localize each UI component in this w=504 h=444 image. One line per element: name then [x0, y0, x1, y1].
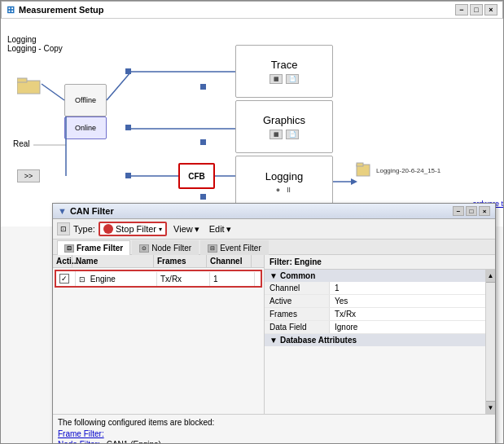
main-window: ⊞ Measurement Setup − □ × Logging Loggin… — [0, 0, 504, 444]
node-filter-row: Node Filter: CAN1 (Engine) — [58, 440, 490, 444]
logging-copy-label: Logging - Copy — [7, 44, 63, 53]
col-channel: Channel — [207, 255, 252, 267]
section-collapse-icon: ▼ — [270, 271, 278, 280]
cf-bottom: The following configured items are block… — [53, 414, 495, 444]
svg-line-5 — [107, 72, 131, 100]
trace-icon-2: 📄 — [286, 74, 299, 84]
scroll-down-btn[interactable]: ▼ — [486, 401, 495, 414]
logging-node[interactable]: Logging ● ⏸ — [235, 156, 333, 209]
cf-maximize-btn[interactable]: □ — [466, 206, 477, 216]
cf-props-container: ▼ Common Channel 1 Active Yes Frames — [265, 270, 495, 414]
prop-frames: Frames Tx/Rx — [265, 308, 485, 321]
arrow-button[interactable]: >> — [17, 169, 40, 182]
can-filter-title-bar: ▼ CAN Filter − □ × — [53, 204, 495, 219]
cf-section-common[interactable]: ▼ Common — [265, 270, 485, 282]
diagram-area: Logging Logging - Copy Real >> Offline O… — [1, 19, 504, 226]
app-icon: ⊞ — [7, 4, 15, 15]
pause-indicator: ⏸ — [285, 186, 292, 194]
scroll-up-btn[interactable]: ▲ — [486, 270, 495, 283]
cf-filter-value: Stop Filter — [116, 224, 156, 234]
svg-line-4 — [42, 84, 64, 100]
svg-rect-1 — [17, 78, 27, 82]
cf-minimize-btn[interactable]: − — [453, 206, 464, 216]
graphics-node[interactable]: Graphics ▦ 📄 — [235, 100, 333, 153]
graphics-icons: ▦ 📄 — [270, 130, 299, 139]
offline-node[interactable]: Offline — [64, 84, 107, 116]
scroll-track — [486, 283, 495, 401]
frame-filter-link[interactable]: Frame Filter: — [58, 429, 104, 438]
offline-label: Offline — [75, 96, 96, 104]
graphics-icon-2: 📄 — [286, 130, 299, 139]
logging-file-icon — [355, 161, 373, 179]
logging-file-label: Logging-20-6-24_15-1 — [376, 167, 440, 174]
cf-close-btn[interactable]: × — [479, 206, 490, 216]
logging-file-area: Logging-20-6-24_15-1 — [355, 161, 440, 179]
filter-icon: ▼ — [58, 206, 67, 216]
cf-scrollbar[interactable]: ▲ ▼ — [485, 270, 495, 414]
dropdown-arrow-icon: ▾ — [159, 226, 162, 233]
online-node[interactable]: Online — [64, 116, 107, 139]
cf-blocked-title: The following configured items are block… — [58, 418, 490, 427]
col-frames: Frames — [154, 255, 207, 267]
minimize-button[interactable]: − — [455, 4, 468, 15]
real-label: Real — [13, 139, 30, 148]
can-filter-controls: − □ × — [453, 206, 490, 216]
col-name: Name — [72, 255, 154, 267]
trace-node[interactable]: Trace ▦ 📄 — [235, 45, 333, 98]
node-filter-link[interactable]: Node Filter: — [58, 440, 100, 444]
cf-view-menu[interactable]: View ▾ — [170, 223, 203, 235]
tab-node-filter[interactable]: ⊙ Node Filter — [132, 240, 199, 255]
logging-label: Logging — [7, 35, 63, 44]
cf-toolbar-icon: ⊡ — [57, 222, 70, 235]
row-checkbox[interactable]: ✓ — [59, 274, 69, 284]
cf-section-db-attrs[interactable]: ▼ Database Attributes — [265, 334, 485, 346]
main-window-title: Measurement Setup — [19, 5, 104, 15]
close-button[interactable]: × — [484, 4, 497, 15]
cf-filter-dropdown[interactable]: Stop Filter ▾ — [99, 222, 167, 236]
row-icon: ⊡ — [79, 275, 85, 284]
frame-filter-row: Frame Filter: — [58, 429, 490, 438]
svg-rect-17 — [200, 139, 206, 145]
maximize-button[interactable]: □ — [470, 4, 483, 15]
node-filter-value: CAN1 (Engine) — [107, 440, 161, 444]
graphics-icon-1: ▦ — [270, 130, 283, 139]
cf-type-label: Type: — [73, 224, 95, 234]
play-indicator: ● — [276, 186, 280, 194]
cf-tabs: ⊡ Frame Filter ⊙ Node Filter ⊟ Event Fil… — [53, 240, 495, 255]
trace-icon-1: ▦ — [270, 74, 283, 84]
online-label: Online — [75, 124, 96, 132]
can-filter-window: ▼ CAN Filter − □ × ⊡ Type: Stop Filter ▾… — [52, 203, 496, 443]
table-row[interactable]: ✓ ⊡ Engine Tx/Rx 1 — [55, 270, 262, 288]
main-title-controls: − □ × — [455, 4, 497, 15]
cf-filter-label: Filter: Engine — [265, 255, 495, 270]
prop-data-field: Data Field Ignore — [265, 321, 485, 334]
can-filter-title-text: CAN Filter — [70, 206, 114, 216]
row-channel-cell: 1 — [210, 272, 255, 286]
tab-frame-filter[interactable]: ⊡ Frame Filter — [57, 240, 130, 255]
row-name: Engine — [90, 275, 116, 284]
trace-label: Trace — [271, 59, 298, 71]
node-filter-tab-icon: ⊙ — [139, 244, 149, 253]
cfb-node[interactable]: CFB — [178, 163, 215, 189]
frame-filter-tab-icon: ⊡ — [64, 244, 74, 253]
svg-rect-18 — [200, 194, 206, 200]
cf-props-table: ▼ Common Channel 1 Active Yes Frames — [265, 270, 485, 414]
cf-right-pane: Filter: Engine ▼ Common Channel 1 Active — [265, 255, 495, 414]
prop-channel: Channel 1 — [265, 282, 485, 295]
view-arrow-icon: ▾ — [195, 224, 199, 235]
tab-event-filter[interactable]: ⊟ Event Filter — [200, 240, 269, 255]
cf-content: Acti... Name Frames Channel ✓ ⊡ Engine T… — [53, 255, 495, 414]
svg-rect-14 — [125, 125, 131, 130]
stop-icon — [103, 224, 113, 234]
logging-controls: ● ⏸ — [276, 186, 292, 194]
trace-icons: ▦ 📄 — [270, 74, 299, 84]
row-frames-cell: Tx/Rx — [157, 272, 210, 286]
svg-marker-12 — [351, 178, 357, 185]
svg-rect-16 — [200, 84, 206, 90]
cf-edit-menu[interactable]: Edit ▾ — [206, 223, 234, 235]
graphics-label: Graphics — [263, 114, 305, 126]
prop-active: Active Yes — [265, 295, 485, 308]
col-active: Acti... — [53, 255, 72, 267]
svg-rect-13 — [125, 68, 131, 74]
cf-toolbar: ⊡ Type: Stop Filter ▾ View ▾ Edit ▾ — [53, 219, 495, 240]
